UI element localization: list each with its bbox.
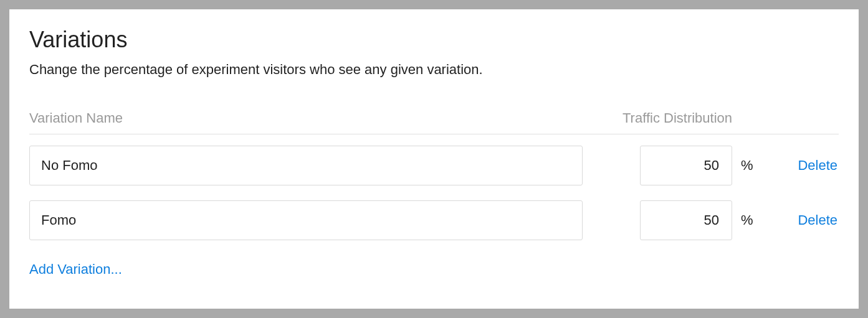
variation-row: % Delete — [29, 146, 839, 185]
traffic-distribution-input[interactable] — [640, 146, 732, 185]
traffic-cell: % — [640, 146, 753, 185]
delete-variation-link[interactable]: Delete — [798, 157, 839, 174]
variation-name-input[interactable] — [29, 146, 583, 185]
panel-description: Change the percentage of experiment visi… — [29, 62, 839, 78]
percent-sign: % — [741, 157, 753, 174]
panel-heading: Variations — [29, 27, 839, 53]
percent-sign: % — [741, 212, 753, 228]
variation-row: % Delete — [29, 200, 839, 240]
traffic-cell: % — [640, 200, 753, 240]
variation-name-input[interactable] — [29, 200, 583, 240]
delete-variation-link[interactable]: Delete — [798, 212, 839, 228]
column-header-traffic: Traffic Distribution — [583, 110, 839, 126]
add-variation-link[interactable]: Add Variation... — [29, 261, 122, 278]
traffic-distribution-input[interactable] — [640, 200, 732, 240]
variations-panel: Variations Change the percentage of expe… — [9, 9, 859, 309]
table-header-row: Variation Name Traffic Distribution — [29, 110, 839, 134]
column-header-name: Variation Name — [29, 110, 583, 126]
